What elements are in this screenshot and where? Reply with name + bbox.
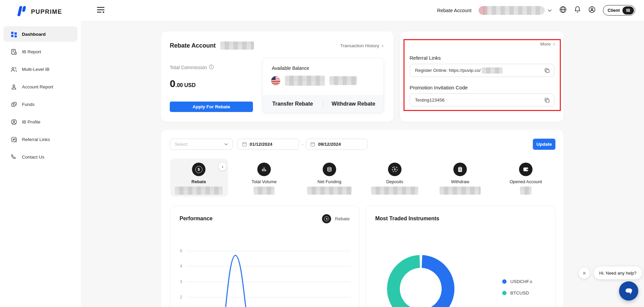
- sidebar-item-account-report[interactable]: Account Report: [3, 79, 77, 94]
- copy-icon[interactable]: [544, 67, 550, 74]
- rebate-card-title: Rebate Account: [170, 42, 216, 49]
- more-link[interactable]: More ›: [540, 41, 555, 47]
- sidebar-item-label: Dashboard: [22, 32, 46, 37]
- legend-item: USDCHF.s: [502, 279, 532, 284]
- chat-launcher-button[interactable]: [619, 281, 638, 301]
- total-commission-label: Total Commission: [170, 65, 207, 70]
- legend-dot-blue: [502, 279, 507, 284]
- svg-text:$: $: [12, 104, 14, 106]
- dashboard-icon: [10, 30, 18, 38]
- svg-text:3: 3: [180, 279, 182, 284]
- sidebar-item-dashboard[interactable]: Dashboard: [3, 26, 77, 42]
- balance-amount-redacted: [285, 76, 325, 86]
- stat-deposits[interactable]: $ Deposits: [366, 163, 423, 196]
- instruments-donut-chart: [366, 206, 487, 307]
- chevron-down-icon: [547, 7, 552, 13]
- sidebar-nav: Dashboard IB Report Multi-Level IB: [0, 19, 81, 165]
- stat-value-redacted: [520, 187, 532, 195]
- stat-value-redacted: [371, 187, 418, 195]
- banknotes-icon: $: [10, 101, 18, 108]
- sidebar-item-label: Account Report: [22, 84, 53, 89]
- chevron-right-icon: ›: [553, 41, 555, 47]
- puprime-logo-icon: [15, 5, 28, 19]
- stat-rebate[interactable]: $ Rebate: [170, 163, 227, 196]
- calendar-icon: [242, 142, 247, 147]
- client-ib-toggle[interactable]: Client IB: [603, 5, 635, 16]
- legend-item: BTCUSD: [502, 290, 532, 296]
- dollar-dashed-square-icon: $: [388, 163, 401, 176]
- sidebar-item-ib-profile[interactable]: IB Profile: [3, 114, 77, 130]
- available-balance-card: Available Balance Transfer Rebate Withdr…: [262, 58, 384, 113]
- notifications-bell-icon[interactable]: [574, 6, 581, 15]
- sidebar-item-referral-links[interactable]: Referral Links: [3, 132, 77, 147]
- svg-text:4: 4: [180, 264, 182, 269]
- user-profile-icon[interactable]: [588, 6, 596, 15]
- person-circle-icon: [10, 118, 18, 125]
- clipboard-icon: [453, 163, 467, 176]
- link-suffix-redacted: [482, 67, 503, 74]
- transaction-history-link[interactable]: Transaction History ›: [340, 43, 383, 48]
- performance-card: Performance $ Rebate 5 4 3 2: [170, 206, 359, 307]
- info-icon[interactable]: [209, 64, 214, 71]
- referral-links-card: More › Referral Links Register Online: h…: [400, 31, 564, 122]
- copy-icon[interactable]: [544, 97, 550, 103]
- sidebar-item-label: IB Report: [22, 49, 41, 54]
- sidebar-item-label: Multi-Level IB: [22, 67, 50, 72]
- sidebar-item-contact-us[interactable]: Contact Us: [3, 149, 77, 165]
- apply-for-rebate-button[interactable]: Apply For Rebate: [170, 102, 253, 112]
- date-from-input[interactable]: 01/12/2024: [237, 139, 299, 150]
- phone-icon: [10, 153, 18, 161]
- date-to-input[interactable]: 09/12/2024: [306, 139, 367, 150]
- brand-logo: PUPRIME: [0, 0, 81, 19]
- sidebar: PUPRIME Dashboard IB Report: [0, 0, 81, 307]
- stat-total-volume[interactable]: Total Volume: [235, 163, 293, 196]
- stat-net-funding[interactable]: Net Funding: [301, 163, 358, 196]
- sidebar-toggle-button[interactable]: [96, 6, 105, 15]
- sidebar-item-label: Referral Links: [22, 137, 50, 142]
- rebate-account-label: Rebate Account: [437, 8, 471, 13]
- stat-value-redacted: [254, 187, 275, 195]
- promotion-code-field[interactable]: Testing123456: [410, 93, 554, 107]
- link-document-icon: [10, 136, 18, 143]
- account-number-redacted: [479, 6, 545, 15]
- most-traded-card: Most Traded Instruments USDCHF.s BTCUSD: [365, 206, 555, 307]
- legend-dot-teal: [502, 291, 507, 295]
- report-icon: [10, 48, 18, 55]
- filter-select-dropdown[interactable]: Select: [170, 139, 233, 150]
- svg-text:2: 2: [180, 295, 182, 300]
- chevron-right-icon: ›: [382, 43, 384, 48]
- svg-text:5: 5: [180, 249, 182, 253]
- globe-icon[interactable]: [559, 6, 567, 15]
- close-icon: ✕: [582, 271, 586, 276]
- svg-text:$: $: [394, 168, 395, 171]
- withdraw-rebate-button[interactable]: Withdraw Rebate: [323, 101, 384, 107]
- coins-icon: [323, 163, 336, 176]
- chat-close-button[interactable]: ✕: [579, 268, 590, 279]
- stat-opened-account[interactable]: Opened Account: [497, 163, 554, 196]
- performance-line-chart: 5 4 3 2: [170, 206, 359, 307]
- stat-withdraw[interactable]: Withdraw: [431, 163, 489, 196]
- register-online-link-field[interactable]: Register Online: https://puvip.co/: [410, 64, 554, 77]
- sidebar-item-label: IB Profile: [22, 119, 40, 124]
- stat-value-redacted: [175, 187, 223, 195]
- person-icon: [10, 83, 18, 90]
- sidebar-item-ib-report[interactable]: IB Report: [3, 44, 77, 59]
- people-icon: [10, 65, 18, 73]
- sidebar-item-label: Contact Us: [22, 155, 44, 160]
- sidebar-item-funds[interactable]: $ Funds: [3, 96, 77, 112]
- rebate-account-selector[interactable]: [479, 6, 552, 15]
- transfer-rebate-button[interactable]: Transfer Rebate: [262, 101, 323, 107]
- promotion-invitation-code-label: Promotion Invitation Code: [410, 85, 468, 90]
- rebate-account-card: Rebate Account Transaction History › Tot…: [161, 31, 393, 122]
- usd-flag-icon: [271, 76, 280, 85]
- brand-name: PUPRIME: [31, 8, 62, 16]
- sidebar-item-multi-level-ib[interactable]: Multi-Level IB: [3, 61, 77, 77]
- available-balance-label: Available Balance: [262, 58, 384, 71]
- ib-badge: IB: [622, 6, 634, 15]
- sidebar-item-label: Funds: [22, 102, 35, 107]
- calendar-icon: [310, 142, 315, 147]
- total-commission-amount: 0.00USD: [170, 78, 196, 89]
- update-button[interactable]: Update: [533, 139, 555, 150]
- chevron-down-icon: [224, 143, 228, 146]
- chat-bubble-icon: [623, 286, 635, 296]
